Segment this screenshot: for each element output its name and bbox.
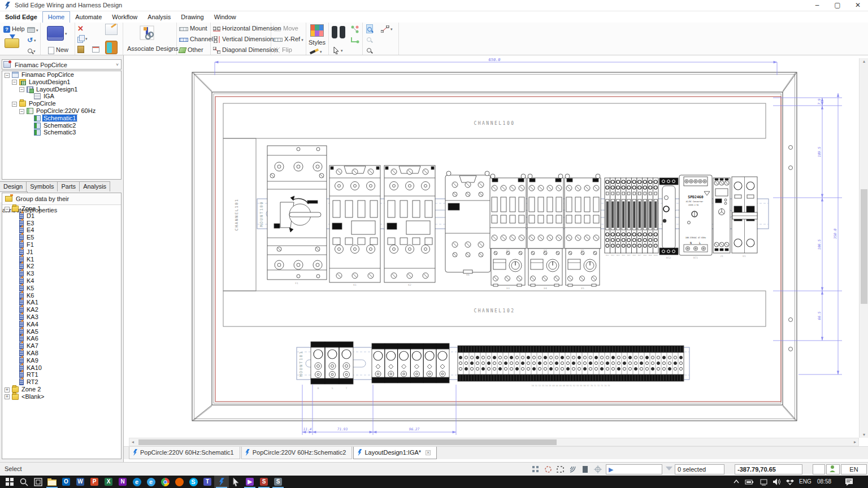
panel-layout-button[interactable] <box>105 41 118 54</box>
table-button[interactable] <box>92 45 99 53</box>
associate-designs-button[interactable] <box>139 25 156 43</box>
group-node-k6[interactable]: K6 <box>2 292 121 299</box>
collapse-icon[interactable]: − <box>12 102 17 107</box>
group-node-ka5[interactable]: KA5 <box>2 328 121 336</box>
scroll-down-arrow[interactable]: ▾ <box>860 432 868 437</box>
paintbrush-button[interactable]: ▾ <box>310 47 322 54</box>
open-button[interactable] <box>5 38 19 48</box>
connector-button[interactable]: ▾ <box>381 25 393 33</box>
battery-icon[interactable] <box>745 476 754 488</box>
menu-tab-workflow[interactable]: Workflow <box>107 12 142 23</box>
outlook-icon[interactable]: O <box>59 476 73 488</box>
edit-sheet-button[interactable] <box>105 24 118 35</box>
menu-tab-solid-edge[interactable]: Solid Edge <box>0 12 42 23</box>
select-grid-icon[interactable] <box>531 465 540 474</box>
group-node-j1[interactable]: J1 <box>2 249 121 256</box>
dropbox-icon[interactable] <box>785 476 795 488</box>
menu-tab-window[interactable]: Window <box>209 12 241 23</box>
new-button[interactable]: New <box>48 46 68 54</box>
app-gray-s-icon[interactable]: S <box>271 476 285 488</box>
speaker-icon[interactable] <box>772 476 782 488</box>
scroll-left-arrow[interactable]: ◂ <box>129 439 136 445</box>
user-icon-box[interactable] <box>826 464 840 474</box>
diagonal-dimension-button[interactable]: Diagonal Dimension <box>213 46 278 54</box>
help-button[interactable]: ? Help <box>3 25 25 33</box>
file-explorer-icon[interactable] <box>45 476 59 488</box>
group-node-k2[interactable]: K2 <box>2 263 121 270</box>
group-node-rt2[interactable]: RT2 <box>2 378 121 386</box>
close-button[interactable]: ✕ <box>848 0 868 11</box>
signal-icon[interactable] <box>568 465 578 474</box>
crosshair-icon[interactable] <box>593 465 602 474</box>
group-node-k4[interactable]: K4 <box>2 277 121 285</box>
onenote-icon[interactable]: N <box>115 476 130 488</box>
new-design-button[interactable]: ▾ <box>47 26 67 41</box>
group-node-ka4[interactable]: KA4 <box>2 321 121 328</box>
group-node-e3[interactable]: E3 <box>2 220 121 227</box>
close-tab-icon[interactable]: ✕ <box>426 450 431 455</box>
excel-icon[interactable]: X <box>101 476 116 488</box>
vertical-dimension-button[interactable]: Vertical Dimension <box>213 36 274 43</box>
zoom-tool-button[interactable]: ▾ <box>28 47 36 54</box>
styles-button[interactable] <box>310 24 324 37</box>
menu-tab-home[interactable]: Home <box>42 11 70 23</box>
group-node-ka2[interactable]: KA2 <box>2 306 121 313</box>
vertical-scroll-thumb[interactable] <box>861 189 867 304</box>
horizontal-scrollbar[interactable]: ◂ ▸ <box>129 438 859 446</box>
collapse-icon[interactable]: − <box>19 87 24 92</box>
copy-button[interactable]: ▾ <box>77 34 88 42</box>
group-node-zone-2[interactable]: +Zone 2 <box>2 386 121 393</box>
select-circle-icon[interactable] <box>544 465 553 474</box>
mount-button[interactable]: Mount <box>179 25 207 32</box>
teams-icon[interactable]: T <box>200 476 215 488</box>
project-node-layoutdesign1[interactable]: −LayoutDesign1 <box>2 86 121 93</box>
panel-tab-parts[interactable]: Parts <box>57 181 80 191</box>
zoom-area-button[interactable] <box>366 24 373 33</box>
group-node-rt1[interactable]: RT1 <box>2 371 121 378</box>
project-node-schematic2[interactable]: Schematic2 <box>2 122 121 129</box>
tray-language[interactable]: ENG <box>799 476 811 488</box>
print-button[interactable]: ▾ <box>27 26 38 33</box>
collapse-icon[interactable]: − <box>12 80 17 85</box>
internet-explorer-icon[interactable]: e <box>144 476 158 488</box>
other-button[interactable]: Other <box>179 46 203 53</box>
task-view-icon[interactable] <box>31 476 45 488</box>
solid-edge-icon[interactable] <box>214 476 229 488</box>
group-node-d1[interactable]: D1 <box>2 212 121 220</box>
minimize-button[interactable]: – <box>807 0 827 11</box>
tray-chevron-icon[interactable] <box>732 476 740 488</box>
group-node-ka9[interactable]: KA9 <box>2 357 121 364</box>
select-fence-icon[interactable] <box>556 465 565 474</box>
search-icon[interactable] <box>16 476 31 488</box>
collapse-icon[interactable]: − <box>5 73 10 78</box>
undo-button[interactable]: ↺▾ <box>27 36 36 44</box>
expand-icon[interactable]: + <box>5 394 10 399</box>
tray-clock[interactable]: 08:58 <box>817 476 831 488</box>
command-prompt-box[interactable]: ▶ <box>606 464 662 474</box>
vertical-scrollbar[interactable]: ▴ ▾ <box>859 58 868 438</box>
project-node-finamac-popcirlce[interactable]: −Finamac PopCirlce <box>2 71 121 79</box>
channel-button[interactable]: Channel <box>179 36 213 42</box>
project-selector[interactable]: Finamac PopCirlce ˅ <box>2 59 121 69</box>
flip-button[interactable]: Flip <box>274 46 292 54</box>
document-tab[interactable]: PopCircle:220V 60Hz:Schematic2 <box>241 447 353 459</box>
zoom-out-button[interactable] <box>367 36 371 42</box>
connect-nodes-button[interactable] <box>350 25 359 34</box>
action-center-icon[interactable] <box>844 476 854 488</box>
group-node-e5[interactable]: E5 <box>2 234 121 241</box>
group-node-k5[interactable]: K5 <box>2 285 121 292</box>
project-node-schematic3[interactable]: Schematic3 <box>2 129 121 136</box>
project-node-schematic1[interactable]: Schematic1 <box>2 115 121 122</box>
collapse-icon[interactable]: − <box>5 207 10 212</box>
collapse-icon[interactable]: − <box>19 109 24 114</box>
group-node-f1[interactable]: F1 <box>2 241 121 249</box>
panel-tab-symbols[interactable]: Symbols <box>26 181 58 191</box>
panel-tab-design[interactable]: Design <box>0 181 27 191</box>
app-red-s-icon[interactable]: S <box>257 476 271 488</box>
group-node-ka10[interactable]: KA10 <box>2 364 121 372</box>
sheet-icon[interactable] <box>581 465 590 474</box>
group-node-ka1[interactable]: KA1 <box>2 299 121 306</box>
network-icon[interactable] <box>760 476 769 488</box>
powerpoint-icon[interactable]: P <box>87 476 102 488</box>
panel-tab-analysis[interactable]: Analysis <box>79 181 110 191</box>
